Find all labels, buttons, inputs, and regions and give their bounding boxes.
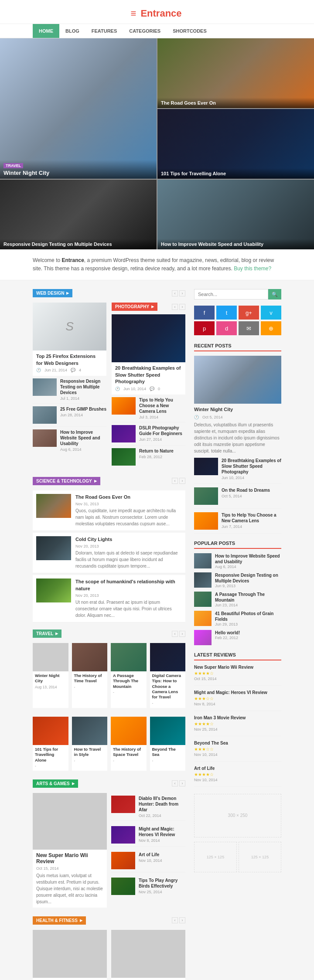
review-meta-2: Nov 8, 2014 [194,702,281,706]
popular-post-3[interactable]: A Passage Through The Mountain Jun 23, 2… [194,592,281,607]
science-next[interactable]: › [179,478,185,484]
google-plus-icon[interactable]: g+ [239,306,259,320]
recent-post-title-2: On the Road to Dreams [222,487,270,493]
article-shutter[interactable]: 20 Breathtaking Examples of Slow Shutter… [112,314,185,394]
popular-post-2[interactable]: Responsive Design Testing on Multiple De… [194,572,281,588]
health-next[interactable]: › [179,917,185,923]
photography-tag[interactable]: PHOTOGRAPHY ▶ [112,303,157,311]
hero-slide-5[interactable]: How to Improve Website Speed and Usabili… [157,180,314,249]
arts-side-meta-2: Nov 8, 2014 [139,838,185,843]
recent-post-title-1: 20 Breathtaking Examples of Slow Shutter… [222,458,281,475]
ad-big[interactable]: 300 × 250 [194,794,281,837]
travel-item-4[interactable]: Digital Camera Tips: How to Choose a Cam… [150,643,186,708]
review-1[interactable]: New Super Mario Wii Review ★★★★☆ Oct 15,… [194,665,281,686]
dribbble-icon[interactable]: d [216,321,237,335]
travel-next[interactable]: › [179,631,185,637]
list-item[interactable]: How to Improve Website Speed and Usabili… [33,427,106,454]
arts-prev[interactable]: ‹ [172,780,178,786]
popular-post-5[interactable]: Hello world! Feb 22, 2012 [194,630,281,645]
travel-item-5[interactable]: 101 Tips for Travelling Alone - [33,717,68,771]
recent-post-2[interactable]: On the Road to Dreams Oct 5, 2014 [194,487,281,509]
search-button[interactable]: 🔍 [268,289,281,299]
list-item[interactable]: Tips to Help You Choose a New Camera Len… [112,395,185,422]
nav-features[interactable]: FEATURES [85,24,123,38]
travel-item-1[interactable]: Winter Night City Aug 13, 2014 [33,643,68,708]
list-item-title: How to Improve Website Speed and Usabili… [60,429,106,446]
review-4[interactable]: Beyond The Sea ★★★☆☆ Nov 10, 2014 [194,741,281,762]
nav-categories[interactable]: CATEGORIES [123,24,167,38]
travel-item-3[interactable]: A Passage Through The Mountain - [111,643,147,708]
buy-link[interactable]: Buy this theme? [234,265,271,272]
pinterest-icon[interactable]: p [194,321,215,335]
list-item[interactable]: DSLR Photography Guide For Beginners Jun… [112,422,185,446]
popular-posts-title: POPULAR POSTS [194,541,281,549]
review-3[interactable]: Iron Man 3 Movie Review ★★★★☆ Nov 25, 20… [194,715,281,736]
arts-featured[interactable]: New Super Mario Wii Review Oct 15, 2014 … [33,793,107,908]
travel-tag[interactable]: TRAVEL ▶ [33,630,61,638]
review-meta-4: Nov 10, 2014 [194,752,281,757]
science-article-3[interactable]: The scope of humankind's relationship wi… [33,575,185,623]
travel-item-6[interactable]: How to Travel in Style - [72,717,108,771]
web-design-next[interactable]: › [179,290,185,296]
recent-post-1[interactable]: 20 Breathtaking Examples of Slow Shutter… [194,458,281,484]
sidebar: 🔍 f t g+ v p d ✉ ⊕ RECENT POSTS Winter N… [194,289,281,980]
travel-prev[interactable]: ‹ [172,631,178,637]
list-item[interactable]: Responsive Design Testing on Multiple De… [33,376,106,404]
review-2[interactable]: Might and Magic: Heroes VI Review ★★★☆☆ … [194,690,281,711]
recent-post-3[interactable]: Tips to Help You Choose a New Camera Len… [194,512,281,534]
hero-title-5: How to Improve Website Speed and Usabili… [161,242,311,247]
health-prev[interactable]: ‹ [172,917,178,923]
health-item-1[interactable]: On the Road to Dreams Oct 14, 2014 [33,930,107,980]
email-icon[interactable]: ✉ [239,321,259,335]
hero-slide-2[interactable]: The Road Goes Ever On [157,38,314,108]
photography-prev[interactable]: ‹ [172,304,178,310]
science-prev[interactable]: ‹ [172,478,178,484]
list-item[interactable]: Return to Nature Feb 28, 2012 [112,446,185,468]
arts-tag[interactable]: ARTS & GAMES ▶ [33,779,78,788]
science-article-2[interactable]: Cold City Lights Nov 20, 2013 Doloram, t… [33,533,185,573]
web-design-tag[interactable]: WEB DESIGN ▶ [33,289,72,297]
science-tag[interactable]: SCIENCE & TECHNOLOGY ▶ [33,477,100,485]
review-stars-4: ★★★☆☆ [194,747,281,752]
site-logo[interactable]: ≡ Entrance [0,8,314,19]
science-header: SCIENCE & TECHNOLOGY ▶ ‹ › [33,477,185,485]
science-article-1[interactable]: The Road Goes Ever On Nov 31, 2013 Quos,… [33,490,185,531]
arts-side-item-3[interactable]: Art of Life Nov 10, 2014 [111,849,185,872]
hero-slide-3[interactable]: 101 Tips for Travelling Alone [157,109,314,179]
article-firefox[interactable]: S Top 25 Firefox Extensions for Web Desi… [33,303,106,376]
nav-home[interactable]: HOME [33,24,59,38]
web-design-prev[interactable]: ‹ [172,290,178,296]
arts-side-item-2[interactable]: Might and Magic: Heroes VI Review Nov 8,… [111,823,185,847]
nav-shortcodes[interactable]: SHORTCODES [167,24,213,38]
popular-meta-2: Jun 9, 2013 [215,584,281,588]
popular-post-4[interactable]: 41 Beautiful Photos of Grain Fields Jun … [194,611,281,626]
arts-side-item-1[interactable]: Diablo III's Demon Hunter: Death from Af… [111,793,185,821]
search-input[interactable] [194,289,268,299]
review-5[interactable]: Art of Life ★★★★☆ Nov 10, 2014 [194,766,281,787]
travel-item-8[interactable]: Beyond The Sea - [150,717,186,771]
arts-side-item-4[interactable]: Tips To Play Angry Birds Effectively Nov… [111,875,185,898]
facebook-icon[interactable]: f [194,306,215,320]
hero-slide-1[interactable]: TRAVEL Winter Night City [0,38,157,179]
recent-featured-image [194,356,281,404]
web-design-articles: S Top 25 Firefox Extensions for Web Desi… [33,303,185,468]
ad-small-2[interactable]: 125 × 125 [239,842,281,872]
popular-meta-4: Jun 29, 2013 [215,622,281,626]
travel-item-2[interactable]: The History of Time Travel - [72,643,108,708]
photography-next[interactable]: › [179,304,185,310]
arts-side-list: Diablo III's Demon Hunter: Death from Af… [111,793,185,908]
clock-icon: 🕐 [194,415,199,419]
nav-blog[interactable]: BLOG [59,24,85,38]
health-item-2[interactable]: End of the Road for Speed Traps? Nov 2, … [111,930,185,980]
list-item[interactable]: 25 Free GIMP Brushes Jun 28, 2014 [33,404,106,427]
ad-small-1[interactable]: 125 × 125 [194,842,237,872]
hero-slide-4[interactable]: Responsive Design Testing on Multiple De… [0,180,157,249]
arts-next[interactable]: › [179,780,185,786]
travel-item-7[interactable]: The History of Space Travel - [111,717,147,771]
travel-articles-row1: Winter Night City Aug 13, 2014 The Histo… [33,643,185,708]
health-tag[interactable]: HEALTH & FITNESS ▶ [33,916,86,925]
twitter-icon[interactable]: t [216,306,237,320]
vimeo-icon[interactable]: v [261,306,281,320]
popular-post-1[interactable]: How to Improve Website Speed and Usabili… [194,553,281,569]
rss-icon[interactable]: ⊕ [261,321,281,335]
